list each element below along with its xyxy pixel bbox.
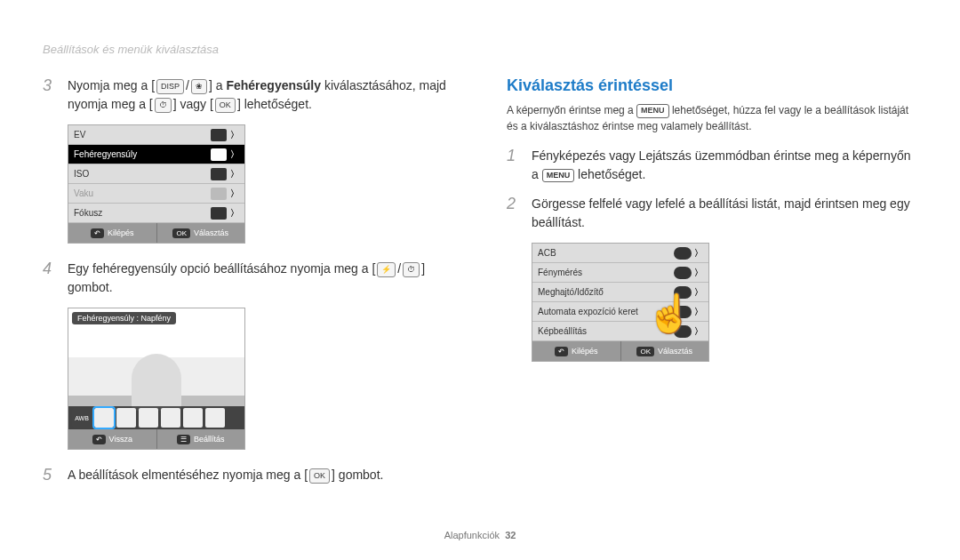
wb-fluorescent2-icon[interactable] bbox=[161, 408, 180, 428]
menu-key-icon: ☰ bbox=[177, 435, 190, 444]
focus-icon bbox=[211, 207, 227, 220]
back-key-icon: ↶ bbox=[91, 228, 104, 238]
ok-icon: OK bbox=[309, 468, 330, 484]
back-button[interactable]: ↶Vissza bbox=[68, 429, 157, 449]
step-text: Görgesse felfelé vagy lefelé a beállítás… bbox=[532, 195, 917, 232]
page-footer: Alapfunkciók 32 bbox=[0, 530, 960, 540]
text: Nyomja meg a [ bbox=[68, 78, 155, 92]
right-column: Kiválasztás érintéssel A képernyőn érint… bbox=[507, 76, 917, 495]
wb-awb-icon[interactable]: AWB bbox=[72, 408, 92, 428]
label: Választás bbox=[194, 228, 228, 237]
step-text: Fényképezés vagy Lejátszás üzemmódban ér… bbox=[532, 147, 917, 184]
ok-key-icon: OK bbox=[636, 347, 654, 356]
ok-icon: OK bbox=[215, 98, 236, 114]
bold-term: Fehéregyensúly bbox=[226, 78, 321, 92]
touch-menu-screenshot: ACB〉 Fénymérés〉 Meghajtó/Időzítő〉 Automa… bbox=[532, 243, 709, 362]
text: A képernyőn érintse meg a bbox=[507, 104, 636, 116]
menu-label: ISO bbox=[74, 169, 207, 179]
flash-icon: ⚡ bbox=[377, 262, 396, 278]
menu-row-flash[interactable]: Vaku〉 bbox=[68, 184, 244, 204]
menu-label: ACB bbox=[538, 248, 671, 258]
menu-row-wb[interactable]: Fehéregyensúly〉 bbox=[68, 145, 244, 164]
menu-row-acb[interactable]: ACB〉 bbox=[532, 244, 708, 263]
step-2: 2 Görgesse felfelé vagy lefelé a beállít… bbox=[507, 195, 917, 232]
menu-label: EV bbox=[74, 130, 207, 140]
wb-custom-icon[interactable] bbox=[205, 408, 225, 428]
text: ] a bbox=[209, 78, 226, 92]
aeb-icon bbox=[674, 306, 692, 318]
label: Kilépés bbox=[108, 228, 134, 237]
select-button[interactable]: OKVálasztás bbox=[157, 223, 245, 243]
label: Vissza bbox=[109, 435, 132, 444]
menu-row-drive[interactable]: Meghajtó/Időzítő〉 bbox=[532, 283, 708, 302]
flash-icon bbox=[211, 188, 227, 200]
chevron-right-icon: 〉 bbox=[694, 267, 703, 279]
preview-footer: ↶Vissza ☰Beállítás bbox=[68, 429, 244, 449]
back-key-icon: ↶ bbox=[92, 435, 106, 444]
section-description: A képernyőn érintse meg a MENU lehetőség… bbox=[507, 102, 917, 134]
text: Egy fehéregyensúly opció beállításához n… bbox=[68, 261, 375, 276]
menu-footer: ↶Kilépés OKVálasztás bbox=[68, 223, 244, 243]
menu-row-aeb[interactable]: Automata expozíció keret〉 bbox=[532, 302, 708, 322]
chevron-right-icon: 〉 bbox=[694, 306, 703, 318]
menu-row-picture[interactable]: Képbeállítás〉 bbox=[532, 322, 708, 341]
menu-icon: MENU bbox=[542, 169, 575, 183]
menu-label: Fehéregyensúly bbox=[74, 149, 207, 159]
wb-cloudy-icon[interactable] bbox=[116, 408, 136, 428]
menu-screenshot-1: EV〉 Fehéregyensúly〉 ISO〉 Vaku〉 Fókusz〉 ↶… bbox=[68, 124, 245, 244]
set-button[interactable]: ☰Beállítás bbox=[157, 429, 245, 449]
wb-fluorescent-icon[interactable] bbox=[139, 408, 158, 428]
wb-preview-screenshot: Fehéregyensúly : Napfény AWB ↶Vissza ☰Be… bbox=[68, 308, 245, 450]
menu-label: Fénymérés bbox=[538, 268, 671, 277]
menu-label: Meghajtó/Időzítő bbox=[538, 287, 671, 297]
label: Kilépés bbox=[572, 347, 598, 356]
step-4: 4 Egy fehéregyensúly opció beállításához… bbox=[43, 260, 453, 297]
wb-icon bbox=[211, 148, 227, 161]
menu-label: Fókusz bbox=[74, 208, 207, 218]
wb-tungsten-icon[interactable] bbox=[183, 408, 203, 428]
section-title: Kiválasztás érintéssel bbox=[507, 76, 917, 95]
step-5: 5 A beállítások elmentéséhez nyomja meg … bbox=[43, 466, 453, 484]
preview-title: Fehéregyensúly : Napfény bbox=[72, 312, 176, 324]
step-3: 3 Nyomja meg a [DISP/❀] a Fehéregyensúly… bbox=[43, 76, 453, 114]
chevron-right-icon: 〉 bbox=[230, 129, 239, 141]
person-silhouette-icon bbox=[132, 354, 181, 411]
ev-icon bbox=[211, 129, 227, 141]
picture-icon bbox=[674, 325, 692, 338]
step-text: A beállítások elmentéséhez nyomja meg a … bbox=[68, 466, 383, 484]
chevron-right-icon: 〉 bbox=[694, 247, 703, 260]
text: ] lehetőséget. bbox=[237, 97, 312, 111]
drive-icon bbox=[674, 286, 692, 299]
acb-icon bbox=[674, 247, 692, 260]
step-number: 1 bbox=[507, 147, 523, 184]
menu-icon: MENU bbox=[636, 104, 669, 118]
menu-footer: ↶Kilépés OKVálasztás bbox=[532, 341, 708, 361]
menu-row-ev[interactable]: EV〉 bbox=[68, 125, 244, 145]
select-button[interactable]: OKVálasztás bbox=[621, 341, 709, 361]
menu-row-iso[interactable]: ISO〉 bbox=[68, 164, 244, 184]
chevron-right-icon: 〉 bbox=[230, 188, 239, 200]
ok-key-icon: OK bbox=[172, 228, 190, 238]
chevron-right-icon: 〉 bbox=[230, 207, 239, 220]
menu-row-metering[interactable]: Fénymérés〉 bbox=[532, 263, 708, 283]
back-key-icon: ↶ bbox=[555, 347, 568, 356]
footer-page: 32 bbox=[505, 530, 516, 540]
exit-button[interactable]: ↶Kilépés bbox=[68, 223, 157, 243]
metering-icon bbox=[674, 267, 692, 279]
exit-button[interactable]: ↶Kilépés bbox=[532, 341, 621, 361]
chevron-right-icon: 〉 bbox=[230, 148, 239, 161]
step-number: 4 bbox=[43, 260, 59, 297]
menu-row-focus[interactable]: Fókusz〉 bbox=[68, 204, 244, 223]
step-number: 2 bbox=[507, 195, 523, 232]
step-number: 3 bbox=[43, 76, 59, 114]
label: Választás bbox=[658, 347, 692, 356]
step-text: Egy fehéregyensúly opció beállításához n… bbox=[68, 260, 453, 297]
timer-icon: ⏱ bbox=[403, 262, 420, 278]
wb-option-strip[interactable]: AWB bbox=[68, 406, 244, 429]
disp-icon: DISP bbox=[156, 79, 184, 95]
menu-label: Vaku bbox=[74, 188, 207, 198]
wb-daylight-icon[interactable] bbox=[94, 408, 114, 428]
step-text: Nyomja meg a [DISP/❀] a Fehéregyensúly k… bbox=[68, 76, 453, 114]
content-columns: 3 Nyomja meg a [DISP/❀] a Fehéregyensúly… bbox=[43, 76, 917, 495]
timer-icon: ⏱ bbox=[155, 98, 172, 114]
